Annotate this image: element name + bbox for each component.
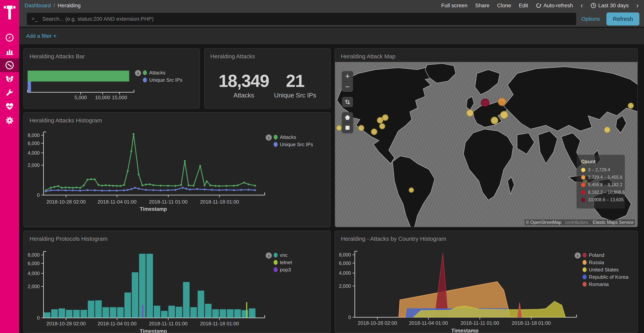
map-fit-bounds-button[interactable] [342,97,353,107]
svg-text:United States: United States [589,267,619,272]
legend-title: Count [581,159,620,165]
svg-text:Unique Src IPs: Unique Src IPs [280,142,313,147]
legend-item: 10,908.6 – 13,635 [581,197,620,202]
metric-value: 18,349 [218,71,269,91]
attacks-line-chart: 02,0004,0006,0008,0002018-10-28 02:00201… [24,113,330,227]
share-button[interactable]: Share [475,3,490,9]
sidebar-item-monitoring[interactable] [0,100,19,114]
gauge-icon [5,61,14,70]
options-link[interactable]: Options [582,16,600,22]
svg-text:Poland: Poland [589,252,604,258]
panel-title: Heralding Attacks [210,53,255,60]
map-zoom-out-button[interactable]: − [342,82,353,92]
map-circle-us-west[interactable] [336,125,342,131]
search-input[interactable] [42,16,572,22]
svg-text:2018-11-04 01:00: 2018-11-04 01:00 [409,320,448,326]
crop-icon [344,99,350,105]
osm-attribution-link[interactable]: © OpenStreetMap [524,219,562,225]
svg-text:›: › [268,134,270,141]
map-circle-south-korea[interactable] [604,127,610,133]
time-forward-button[interactable]: › [636,2,639,9]
map-circle-balkans[interactable] [491,117,498,124]
svg-text:Timestamp: Timestamp [140,328,167,332]
svg-text:Unique Src IPs: Unique Src IPs [149,77,182,83]
top-navbar: Dashboard/Heralding Full screen Share Cl… [19,0,644,11]
sidebar-item-visualize[interactable] [0,45,19,58]
search-box: >_ [27,13,576,25]
svg-text:Romania: Romania [589,281,609,287]
svg-text:2,000: 2,000 [339,283,351,289]
legend-item: 8,182.2 – 10,908.6 [581,190,620,195]
svg-text:2018-11-18 01:00: 2018-11-18 01:00 [200,321,239,326]
sidebar-item-timelion[interactable] [0,72,19,86]
panel-attacks-metric: Heralding Attacks 18,349 Attacks 21 Uniq… [204,48,330,109]
panel-attack-map: Heralding Attack Map [335,48,638,227]
breadcrumb: Dashboard/Heralding [24,3,81,9]
map-circle-ukraine[interactable] [500,111,508,119]
full-screen-button[interactable]: Full screen [441,3,468,9]
map-circle-us-midwest[interactable] [358,125,364,131]
time-back-button[interactable]: ‹ [580,2,583,9]
panel-protocols-histogram: Heralding Protocols Histogram 02,0004,00… [24,231,330,333]
map-controls: + − [342,71,353,138]
time-range-picker[interactable]: Last 30 days [590,3,629,9]
map-circle-russia[interactable] [498,98,506,106]
svg-text:4,000: 4,000 [28,271,40,276]
svg-text:Russia: Russia [589,259,604,265]
refresh-button[interactable]: Refresh [606,13,640,26]
world-map[interactable]: + − [335,62,638,227]
sidebar-item-dashboard[interactable] [0,58,19,72]
svg-text:Attacks: Attacks [149,70,166,76]
sidebar-item-discover[interactable] [0,31,19,45]
sidebar-item-dev-tools[interactable] [0,86,19,100]
telekom-t-icon [4,6,16,19]
map-circle-france[interactable] [466,109,474,117]
wrench-icon [5,89,14,97]
map-circle-us-south[interactable] [371,129,378,135]
metric-label: Attacks [218,92,269,99]
breadcrumb-dashboard-link[interactable]: Dashboard [24,3,51,9]
svg-text:2018-10-28 02:00: 2018-10-28 02:00 [46,321,86,326]
auto-refresh-button[interactable]: Auto-refresh [536,3,573,9]
plus-icon: + [53,33,56,39]
svg-text:0: 0 [348,314,351,320]
legend-item: 2,729.4 – 5,455.8 [581,175,620,180]
map-circle-us-northeast[interactable] [382,114,388,121]
map-circle-us-east-coast[interactable] [379,123,385,129]
svg-text:›: › [137,70,139,76]
country-area-chart: 02,0004,0006,0008,0002018-10-28 02:00201… [335,231,638,332]
map-rectangle-filter-button[interactable] [342,123,353,133]
legend-dot [581,168,585,172]
add-filter-button[interactable]: Add a filter+ [26,33,56,39]
telekom-logo[interactable] [0,0,19,25]
panel-title: Heralding Attacks Histogram [30,117,102,124]
svg-text:2018-11-18 01:00: 2018-11-18 01:00 [200,199,239,205]
query-prompt-icon: >_ [32,16,38,22]
legend-dot [581,175,585,180]
svg-text:pop3: pop3 [280,267,291,272]
svg-text:4,000: 4,000 [28,150,40,156]
edit-button[interactable]: Edit [519,3,528,9]
svg-text:2018-11-11 01:00: 2018-11-11 01:00 [460,320,499,326]
svg-text:6,000: 6,000 [28,141,40,146]
clone-button[interactable]: Clone [497,3,511,9]
svg-text:8,000: 8,000 [28,133,40,138]
sidebar-nav [0,31,19,127]
heartbeat-icon [5,102,14,111]
svg-text:telnet: telnet [280,259,292,265]
legend-dot [581,183,585,187]
search-bar-row: >_ Options Refresh [19,11,644,27]
svg-text:vnc: vnc [280,252,288,258]
map-circle-china-coast[interactable] [628,103,634,109]
map-zoom-in-button[interactable]: + [342,71,353,82]
map-circle-brazil[interactable] [409,187,414,193]
panel-country-histogram: Heralding - Attacks by Country Histogram… [335,231,638,333]
map-polygon-filter-button[interactable] [342,112,353,123]
svg-text:2,000: 2,000 [28,162,40,168]
svg-text:Attacks: Attacks [280,134,296,140]
elastic-maps-link[interactable]: Elastic Maps Service [592,219,635,225]
refresh-cycle-icon [536,3,542,9]
breadcrumb-separator: / [54,3,55,9]
map-circle-poland[interactable] [481,99,489,107]
sidebar-item-management[interactable] [0,114,19,127]
